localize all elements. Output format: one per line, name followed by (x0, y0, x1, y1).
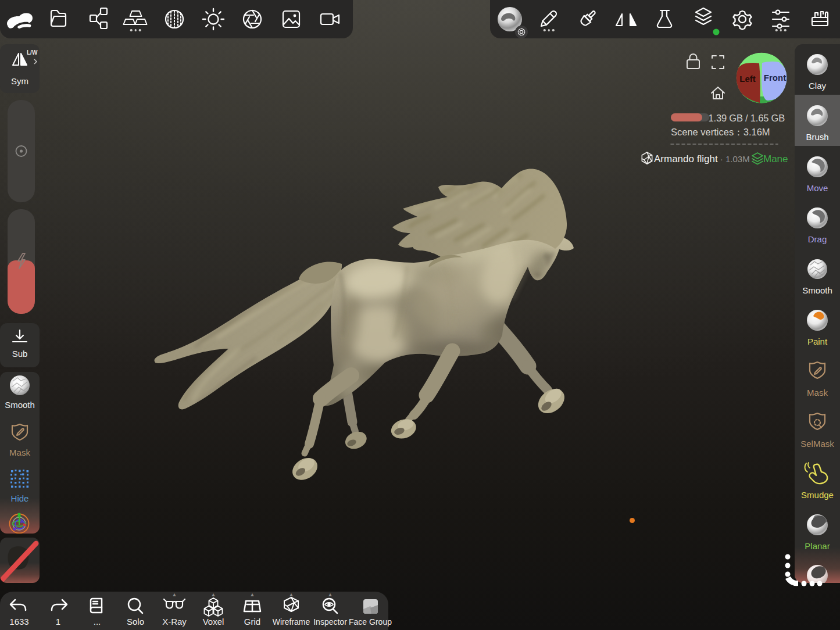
svg-text:Left: Left (739, 74, 756, 84)
svg-text:L/W: L/W (27, 49, 38, 56)
svg-text:Front: Front (764, 73, 786, 83)
